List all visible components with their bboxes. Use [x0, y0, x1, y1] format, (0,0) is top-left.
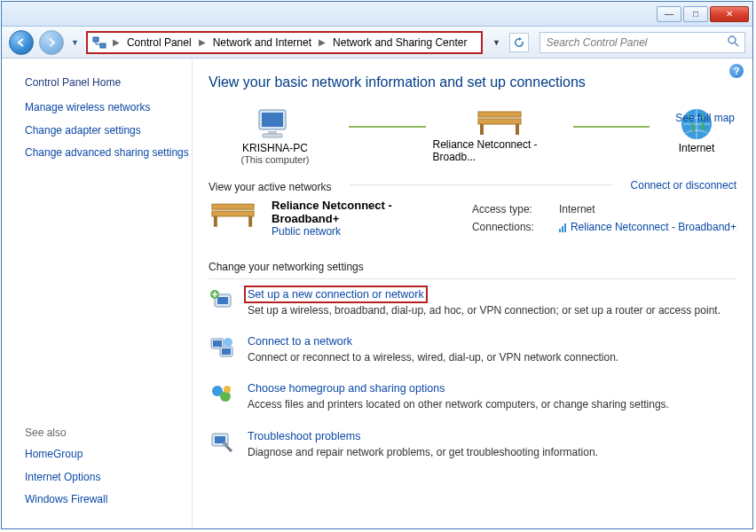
active-network-name: Reliance Netconnect - Broadband+ — [272, 199, 460, 225]
map-node-gateway[interactable]: Reliance Netconnect - Broadb... — [433, 106, 566, 163]
map-gateway-name: Reliance Netconnect - Broadb... — [433, 138, 566, 163]
svg-rect-14 — [212, 211, 254, 216]
connect-network-icon — [209, 335, 235, 360]
map-pc-name: KRISHNA-PC — [242, 142, 308, 154]
network-type-link[interactable]: Public network — [272, 225, 460, 238]
control-panel-window: — □ ✕ ▼ ▶ Control Panel ▶ Network and In… — [1, 1, 753, 529]
svg-rect-19 — [564, 223, 566, 232]
svg-rect-1 — [100, 43, 106, 48]
task-setup-new-connection: Set up a new connection or network Set u… — [209, 288, 736, 317]
minimize-button[interactable]: — — [657, 6, 681, 22]
svg-rect-11 — [516, 124, 519, 135]
control-panel-home-link[interactable]: Control Panel Home — [25, 76, 192, 89]
task-link-troubleshoot[interactable]: Troubleshoot problems — [248, 430, 360, 442]
sidebar-link-internet-options[interactable]: Internet Options — [25, 471, 192, 485]
map-internet-label: Internet — [679, 142, 715, 154]
titlebar: — □ ✕ — [2, 2, 752, 27]
task-link-connect-network[interactable]: Connect to a network — [248, 335, 352, 348]
help-icon[interactable]: ? — [729, 64, 744, 78]
sidebar-link-homegroup[interactable]: HomeGroup — [25, 448, 192, 462]
nav-history-dropdown[interactable]: ▼ — [69, 38, 81, 47]
search-icon — [727, 35, 739, 50]
active-network-details: Access type: Internet Connections: Relia… — [472, 203, 736, 233]
svg-rect-13 — [212, 204, 254, 209]
svg-rect-9 — [478, 119, 521, 124]
map-node-this-pc[interactable]: KRISHNA-PC (This computer) — [209, 106, 342, 165]
change-settings-label: Change your networking settings — [209, 261, 736, 273]
task-homegroup-sharing: Choose homegroup and sharing options Acc… — [209, 382, 736, 411]
sidebar: Control Panel Home Manage wireless netwo… — [2, 59, 193, 528]
breadcrumb[interactable]: ▶ Control Panel ▶ Network and Internet ▶… — [86, 32, 484, 53]
back-button[interactable] — [9, 30, 34, 55]
svg-rect-21 — [217, 297, 228, 304]
search-placeholder: Search Control Panel — [546, 36, 647, 49]
sidebar-link-manage-wireless[interactable]: Manage wireless networks — [25, 101, 192, 115]
access-type-label: Access type: — [472, 203, 552, 215]
svg-rect-17 — [559, 229, 561, 232]
signal-icon — [559, 222, 568, 232]
refresh-button[interactable] — [509, 33, 529, 52]
close-button[interactable]: ✕ — [710, 6, 749, 22]
computer-icon — [256, 106, 295, 142]
setup-connection-icon — [209, 288, 235, 313]
svg-point-30 — [224, 386, 231, 393]
maximize-button[interactable]: □ — [683, 6, 708, 22]
map-connection-line — [349, 126, 426, 128]
svg-point-27 — [224, 338, 232, 347]
sidebar-link-advanced-sharing[interactable]: Change advanced sharing settings — [25, 146, 192, 160]
forward-button[interactable] — [39, 30, 64, 55]
task-desc: Access files and printers located on oth… — [248, 397, 669, 411]
bench-icon — [209, 199, 257, 231]
breadcrumb-item-control-panel[interactable]: Control Panel — [122, 36, 197, 49]
active-network-row: Reliance Netconnect - Broadband+ Public … — [209, 193, 736, 243]
svg-rect-15 — [214, 216, 217, 227]
search-input[interactable]: Search Control Panel — [539, 32, 745, 53]
troubleshoot-icon — [209, 430, 235, 455]
address-toolbar: ▼ ▶ Control Panel ▶ Network and Internet… — [2, 27, 752, 59]
chevron-right-icon: ▶ — [111, 37, 122, 47]
svg-rect-18 — [562, 226, 563, 232]
svg-rect-0 — [93, 37, 98, 42]
svg-rect-26 — [222, 348, 231, 355]
breadcrumb-item-network-sharing-center[interactable]: Network and Sharing Center — [327, 36, 472, 49]
task-link-setup-connection[interactable]: Set up a new connection or network — [248, 288, 424, 301]
svg-rect-7 — [263, 134, 282, 137]
sidebar-link-adapter-settings[interactable]: Change adapter settings — [25, 124, 192, 138]
task-desc: Diagnose and repair network problems, or… — [248, 445, 598, 459]
task-desc: Set up a wireless, broadband, dial-up, a… — [248, 303, 721, 317]
svg-rect-10 — [480, 124, 484, 135]
task-desc: Connect or reconnect to a wireless, wire… — [248, 350, 618, 364]
breadcrumb-item-network-internet[interactable]: Network and Internet — [208, 36, 317, 49]
see-full-map-link[interactable]: See full map — [675, 112, 735, 124]
network-sharing-icon — [91, 35, 107, 51]
task-troubleshoot: Troubleshoot problems Diagnose and repai… — [209, 430, 736, 459]
main-pane: ? View your basic network information an… — [193, 59, 752, 528]
svg-rect-16 — [248, 216, 252, 227]
map-connection-line — [573, 126, 650, 128]
page-title: View your basic network information and … — [209, 74, 736, 90]
see-also-heading: See also — [25, 426, 192, 439]
breadcrumb-dropdown[interactable]: ▼ — [488, 38, 500, 47]
svg-rect-24 — [213, 340, 222, 347]
chevron-right-icon: ▶ — [317, 37, 327, 47]
task-link-homegroup[interactable]: Choose homegroup and sharing options — [248, 382, 445, 395]
access-type-value: Internet — [559, 203, 736, 215]
task-connect-network: Connect to a network Connect or reconnec… — [209, 335, 736, 364]
connection-link[interactable]: Reliance Netconnect - Broadband+ — [559, 221, 736, 233]
svg-point-2 — [728, 36, 736, 43]
homegroup-icon — [209, 382, 235, 407]
sidebar-link-windows-firewall[interactable]: Windows Firewall — [25, 493, 192, 507]
network-map: KRISHNA-PC (This computer) Reliance Netc… — [209, 106, 736, 165]
connections-label: Connections: — [472, 221, 552, 233]
svg-rect-5 — [262, 113, 283, 127]
bench-icon — [475, 106, 524, 138]
active-networks-label: View your active networks — [209, 181, 332, 193]
connect-disconnect-link[interactable]: Connect or disconnect — [631, 179, 736, 192]
svg-point-29 — [220, 391, 231, 402]
chevron-right-icon: ▶ — [197, 37, 208, 47]
svg-rect-8 — [478, 112, 521, 117]
map-pc-sub: (This computer) — [240, 154, 309, 165]
svg-line-3 — [735, 43, 738, 46]
